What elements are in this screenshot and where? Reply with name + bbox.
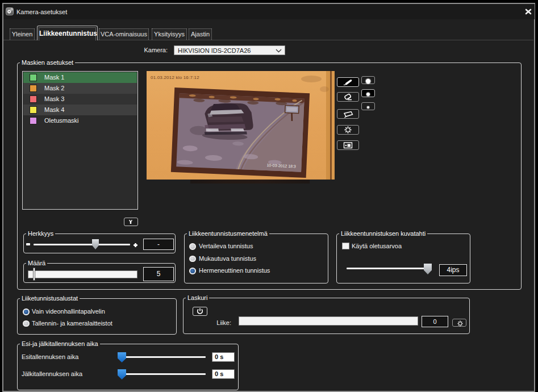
svg-text:01.03.2012 klo 16:7:12: 01.03.2012 klo 16:7:12 — [151, 75, 199, 80]
